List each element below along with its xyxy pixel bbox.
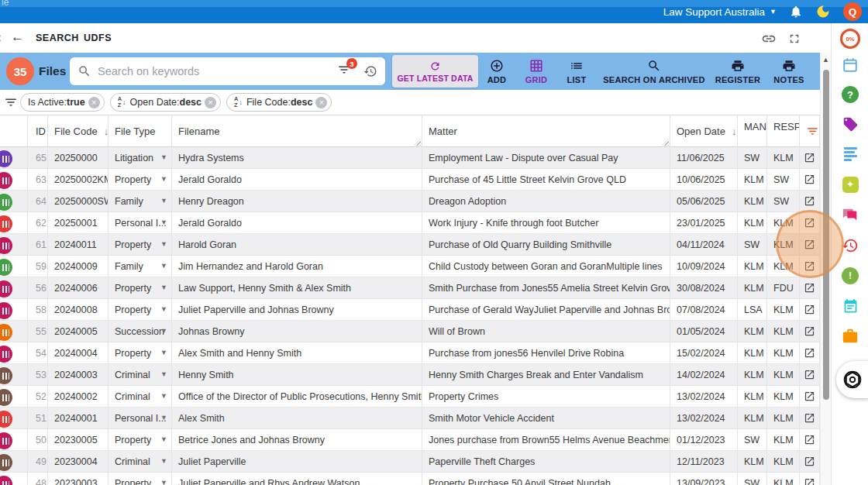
chevron-down-icon: ▼ <box>160 414 167 421</box>
cell-file-type-dropdown[interactable]: Property▼ <box>108 169 172 191</box>
open-file-button[interactable] <box>800 191 820 212</box>
keyword-search: 3 <box>70 57 385 85</box>
help-icon[interactable]: ? <box>840 84 860 105</box>
cell-id: 58 <box>28 299 48 321</box>
open-file-button[interactable] <box>800 277 820 299</box>
avatar[interactable]: Q <box>843 2 862 21</box>
right-sidebar: 0% ? ✦ ! <box>831 23 868 485</box>
chip-remove-icon[interactable]: × <box>205 97 216 108</box>
cell-man: KLM <box>738 191 767 212</box>
dark-mode-moon-icon[interactable] <box>815 4 831 19</box>
column-resize-handle[interactable] <box>662 139 669 146</box>
cell-matter: Paperville Theft Charges <box>422 451 670 473</box>
sort-alpha-icon: AZ↓ <box>118 96 126 108</box>
cell-file-type-dropdown[interactable]: Family▼ <box>108 256 172 277</box>
search-input[interactable] <box>98 65 332 77</box>
grid-view-button[interactable]: GRID <box>519 56 553 87</box>
cell-file-type-dropdown[interactable]: Property▼ <box>108 277 172 299</box>
cell-filename: Betrice Jones and Johnas Browny <box>172 429 422 451</box>
header-file-code[interactable]: File Code↓ <box>48 115 108 147</box>
filter-count-badge: 3 <box>346 58 357 69</box>
fullscreen-icon[interactable] <box>787 31 801 46</box>
notifications-bell-icon[interactable] <box>789 5 803 19</box>
cell-man: KLM <box>738 364 767 386</box>
header-open-date[interactable]: Open Date↓ <box>670 115 738 147</box>
open-file-button[interactable] <box>800 342 820 364</box>
cell-file-type-dropdown[interactable]: Property▼ <box>108 342 172 364</box>
open-file-button[interactable] <box>800 299 820 321</box>
file-type-icon <box>0 172 12 189</box>
open-file-button[interactable] <box>800 386 820 408</box>
search-on-archived-button[interactable]: SEARCH ON ARCHIVED <box>602 56 706 87</box>
account-menu-label: Law Support Australia <box>663 6 765 18</box>
table-row: 52 20240002 Criminal▼ Office of the Dire… <box>0 386 820 408</box>
cell-file-type-dropdown[interactable]: Property▼ <box>108 299 172 321</box>
chevron-down-icon: ▼ <box>160 240 167 248</box>
event-calendar-icon[interactable] <box>840 296 860 316</box>
sort-chip-open-date: AZ↓ Open Date:desc × <box>110 93 221 112</box>
progress-ring-icon[interactable]: 0% <box>840 29 860 49</box>
atom-logo-widget[interactable] <box>836 361 868 398</box>
chevron-down-icon: ▼ <box>160 479 167 485</box>
list-view-button[interactable]: LIST <box>560 56 594 87</box>
scrollbar-thumb[interactable] <box>823 70 829 400</box>
cell-resp: KLM <box>767 212 800 234</box>
open-file-button[interactable] <box>800 234 820 256</box>
scroll-up-arrow[interactable]: ▲ <box>821 56 831 64</box>
open-file-button[interactable] <box>800 364 820 386</box>
open-file-button[interactable] <box>800 473 820 485</box>
tab-search[interactable]: SEARCH <box>36 33 79 43</box>
cell-matter: Purchase of Gerald WayJuliet Paperville … <box>422 299 670 321</box>
cell-file-type-dropdown[interactable]: Criminal▼ <box>108 451 172 473</box>
open-in-new-icon <box>804 390 815 402</box>
cell-file-type-dropdown[interactable]: Property▼ <box>108 234 172 256</box>
cell-resp: KLM <box>767 429 800 451</box>
notes-lines-icon[interactable] <box>840 144 860 164</box>
search-history-icon[interactable] <box>363 64 377 78</box>
header-file-type: File Type <box>108 115 172 147</box>
briefcase-icon[interactable] <box>840 326 860 346</box>
add-button[interactable]: ADD <box>480 56 514 87</box>
cell-file-code: 20230004 <box>48 451 108 473</box>
open-file-button[interactable] <box>800 212 820 234</box>
cell-file-type-dropdown[interactable]: Property▼ <box>108 473 172 485</box>
calendar-icon[interactable] <box>840 55 860 75</box>
cell-file-type-dropdown[interactable]: Family▼ <box>108 191 172 212</box>
open-file-button[interactable] <box>800 408 820 429</box>
alert-badge-icon[interactable]: ! <box>840 266 860 286</box>
header-filter[interactable] <box>800 115 820 147</box>
cell-file-type-dropdown[interactable]: Succession▼ <box>108 321 172 342</box>
cell-file-type-dropdown[interactable]: Litigation▼ <box>108 147 172 169</box>
open-file-button[interactable] <box>800 429 820 451</box>
cell-file-type-dropdown[interactable]: Personal I...▼ <box>108 408 172 429</box>
chip-remove-icon[interactable]: × <box>88 97 100 108</box>
cell-file-type-dropdown[interactable]: Criminal▼ <box>108 364 172 386</box>
chat-icon[interactable] <box>840 205 860 225</box>
cell-file-type-dropdown[interactable]: Criminal▼ <box>108 386 172 408</box>
open-file-button[interactable] <box>800 451 820 473</box>
tab-udfs[interactable]: UDFS <box>84 33 112 43</box>
chip-remove-icon[interactable]: × <box>315 97 327 108</box>
register-button[interactable]: REGISTER <box>711 56 764 87</box>
open-file-button[interactable] <box>800 169 820 191</box>
account-menu[interactable]: Law Support Australia ▼ <box>663 6 777 18</box>
notes-button[interactable]: NOTES <box>767 56 811 87</box>
sparkle-badge-icon[interactable]: ✦ <box>840 174 860 194</box>
cell-file-type-dropdown[interactable]: Personal I...▼ <box>108 212 172 234</box>
get-latest-data-button[interactable]: GET LATEST DATA <box>392 55 478 88</box>
link-icon[interactable] <box>761 31 777 46</box>
printer-icon <box>782 59 796 73</box>
tag-icon[interactable] <box>840 114 860 134</box>
open-in-new-icon <box>804 260 815 272</box>
open-in-new-icon <box>804 152 815 163</box>
back-arrow-icon[interactable]: ← <box>11 29 24 45</box>
cell-file-type-dropdown[interactable]: Property▼ <box>108 429 172 451</box>
open-file-button[interactable] <box>800 321 820 342</box>
history-icon[interactable] <box>840 236 860 256</box>
open-file-button[interactable] <box>800 147 820 169</box>
chevron-down-icon: ▼ <box>160 327 167 335</box>
open-file-button[interactable] <box>800 256 820 277</box>
table-row: 63 20250002KM Property▼ Jerald Goraldo P… <box>0 169 820 191</box>
filter-list-icon[interactable]: 3 <box>337 63 351 80</box>
column-resize-handle[interactable] <box>414 139 421 146</box>
